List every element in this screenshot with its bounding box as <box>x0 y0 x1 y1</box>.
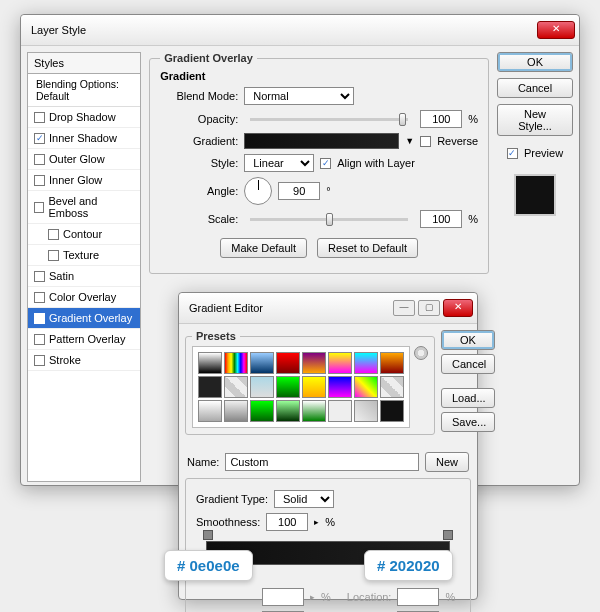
checkbox[interactable] <box>48 250 59 261</box>
cancel-button[interactable]: Cancel <box>497 78 573 98</box>
titlebar[interactable]: Layer Style ✕ <box>21 15 579 46</box>
preset-swatch[interactable] <box>328 376 352 398</box>
style-select[interactable]: Linear <box>244 154 314 172</box>
angle-dial[interactable] <box>244 177 272 205</box>
style-item-bevel-and-emboss[interactable]: Bevel and Emboss <box>28 191 140 224</box>
style-item-label: Texture <box>63 249 99 261</box>
checkbox[interactable]: ✓ <box>34 313 45 324</box>
blending-options[interactable]: Blending Options: Default <box>28 74 140 107</box>
reverse-checkbox[interactable] <box>420 136 431 147</box>
styles-list: Styles Blending Options: Default Drop Sh… <box>27 52 141 482</box>
preset-swatch[interactable] <box>354 376 378 398</box>
style-item-pattern-overlay[interactable]: Pattern Overlay <box>28 329 140 350</box>
preset-swatch[interactable] <box>302 376 326 398</box>
style-item-contour[interactable]: Contour <box>28 224 140 245</box>
minimize-icon[interactable]: — <box>393 300 415 316</box>
preset-swatch[interactable] <box>198 400 222 422</box>
gradient-overlay-group: Gradient Overlay Gradient Blend Mode: No… <box>149 52 489 274</box>
checkbox[interactable] <box>34 112 45 123</box>
ok-button[interactable]: OK <box>497 52 573 72</box>
presets-grid <box>192 346 410 428</box>
window-title: Layer Style <box>31 24 537 36</box>
checkbox[interactable] <box>34 334 45 345</box>
checkbox[interactable] <box>34 292 45 303</box>
maximize-icon[interactable]: ▢ <box>418 300 440 316</box>
smooth-input[interactable] <box>266 513 308 531</box>
opacity-stop-right[interactable] <box>443 530 453 540</box>
new-button[interactable]: New <box>425 452 469 472</box>
checkbox[interactable]: ✓ <box>34 133 45 144</box>
preset-swatch[interactable] <box>198 352 222 374</box>
style-item-inner-glow[interactable]: Inner Glow <box>28 170 140 191</box>
preset-swatch[interactable] <box>250 376 274 398</box>
style-item-satin[interactable]: Satin <box>28 266 140 287</box>
name-input[interactable] <box>225 453 419 471</box>
style-item-label: Color Overlay <box>49 291 116 303</box>
save-button[interactable]: Save... <box>441 412 495 432</box>
checkbox[interactable] <box>48 229 59 240</box>
preset-swatch[interactable] <box>380 352 404 374</box>
preset-swatch[interactable] <box>380 400 404 422</box>
scale-input[interactable] <box>420 210 462 228</box>
style-item-gradient-overlay[interactable]: ✓Gradient Overlay <box>28 308 140 329</box>
gear-icon[interactable] <box>414 346 428 360</box>
preset-swatch[interactable] <box>302 352 326 374</box>
align-checkbox[interactable]: ✓ <box>320 158 331 169</box>
style-item-inner-shadow[interactable]: ✓Inner Shadow <box>28 128 140 149</box>
style-item-outer-glow[interactable]: Outer Glow <box>28 149 140 170</box>
angle-label: Angle: <box>160 185 238 197</box>
preset-swatch[interactable] <box>250 400 274 422</box>
pct3: % <box>325 516 335 528</box>
style-item-stroke[interactable]: Stroke <box>28 350 140 371</box>
chevron-down-icon[interactable]: ▸ <box>314 517 319 527</box>
scale-slider[interactable] <box>250 218 408 221</box>
preset-swatch[interactable] <box>354 400 378 422</box>
checkbox[interactable] <box>34 271 45 282</box>
preset-swatch[interactable] <box>224 400 248 422</box>
opacity-input[interactable] <box>420 110 462 128</box>
preset-swatch[interactable] <box>380 376 404 398</box>
preset-swatch[interactable] <box>224 376 248 398</box>
style-item-drop-shadow[interactable]: Drop Shadow <box>28 107 140 128</box>
preset-swatch[interactable] <box>302 400 326 422</box>
preset-swatch[interactable] <box>276 400 300 422</box>
pct: % <box>468 113 478 125</box>
ge-titlebar[interactable]: Gradient Editor — ▢ ✕ <box>179 293 477 324</box>
ge-cancel-button[interactable]: Cancel <box>441 354 495 374</box>
angle-input[interactable] <box>278 182 320 200</box>
chevron-down-icon[interactable]: ▼ <box>405 136 414 146</box>
preset-swatch[interactable] <box>198 376 222 398</box>
reverse-label: Reverse <box>437 135 478 147</box>
checkbox[interactable] <box>34 355 45 366</box>
preset-swatch[interactable] <box>276 376 300 398</box>
checkbox[interactable] <box>34 154 45 165</box>
preset-swatch[interactable] <box>328 400 352 422</box>
preset-swatch[interactable] <box>250 352 274 374</box>
style-item-color-overlay[interactable]: Color Overlay <box>28 287 140 308</box>
ge-close-icon[interactable]: ✕ <box>443 299 473 317</box>
close-icon[interactable]: ✕ <box>537 21 575 39</box>
make-default-button[interactable]: Make Default <box>220 238 307 258</box>
reset-default-button[interactable]: Reset to Default <box>317 238 418 258</box>
preview-checkbox[interactable]: ✓ <box>507 148 518 159</box>
stop-a-input <box>262 588 304 606</box>
type-label: Gradient Type: <box>196 493 268 505</box>
ge-ok-button[interactable]: OK <box>441 330 495 350</box>
opacity-stop-left[interactable] <box>203 530 213 540</box>
preset-swatch[interactable] <box>276 352 300 374</box>
gradient-swatch[interactable] <box>244 133 399 149</box>
type-select[interactable]: Solid <box>274 490 334 508</box>
chip-right-color: # 202020 <box>364 550 453 581</box>
checkbox[interactable] <box>34 202 44 213</box>
blend-mode-select[interactable]: Normal <box>244 87 354 105</box>
checkbox[interactable] <box>34 175 45 186</box>
preset-swatch[interactable] <box>354 352 378 374</box>
pct2: % <box>468 213 478 225</box>
new-style-button[interactable]: New Style... <box>497 104 573 136</box>
load-button[interactable]: Load... <box>441 388 495 408</box>
preset-swatch[interactable] <box>224 352 248 374</box>
preset-swatch[interactable] <box>328 352 352 374</box>
styles-header[interactable]: Styles <box>28 53 140 74</box>
opacity-slider[interactable] <box>250 118 408 121</box>
style-item-texture[interactable]: Texture <box>28 245 140 266</box>
